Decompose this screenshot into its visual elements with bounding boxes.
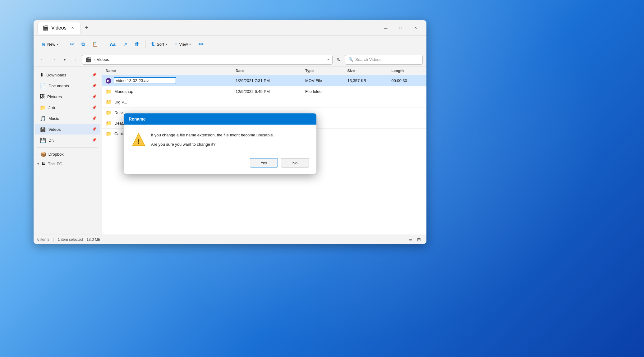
forward-button[interactable]: → <box>48 55 58 65</box>
close-button[interactable]: ✕ <box>408 23 423 33</box>
active-tab[interactable]: 🎬 Videos ✕ <box>37 22 80 34</box>
explorer-window: 🎬 Videos ✕ + — □ ✕ ⊕ New ▾ ✂ ⧉ 📋 <box>34 20 426 244</box>
file-rename-input[interactable] <box>114 77 176 84</box>
sort-button[interactable]: ⇅ Sort ▾ <box>148 39 170 50</box>
file-name: Monosnap <box>114 89 133 94</box>
dialog-yes-button[interactable]: Yes <box>250 158 278 167</box>
file-size-5 <box>344 118 388 129</box>
dialog-title: Rename <box>129 117 145 121</box>
sidebar-divider-1 <box>37 147 98 148</box>
list-view-button[interactable]: ☰ <box>407 236 414 243</box>
sidebar-item-downloads[interactable]: ⬇ Downloads 📌 <box>35 70 100 80</box>
toolbar-separator-3 <box>145 40 145 48</box>
file-length-2 <box>388 86 426 97</box>
sidebar-item-pictures[interactable]: 🖼 Pictures 📌 <box>35 91 100 102</box>
videos-icon: 🎬 <box>40 126 46 132</box>
pin-icon-videos: 📌 <box>92 127 97 131</box>
sidebar-section-this-pc[interactable]: ▾ 🖥 This PC <box>34 159 102 168</box>
pin-icon-job: 📌 <box>92 105 97 110</box>
table-row[interactable]: ▶1/29/2021 7:31 PMMOV File13,357 KB00:00… <box>102 75 426 86</box>
sidebar-label-videos: Videos <box>48 127 61 132</box>
sidebar-item-d-drive[interactable]: 💾 D:\ 📌 <box>35 135 100 145</box>
delete-button[interactable]: 🗑 <box>131 39 143 50</box>
more-button[interactable]: ••• <box>195 39 207 50</box>
d-drive-icon: 💾 <box>40 137 46 143</box>
file-icon: 📁 <box>106 131 112 137</box>
file-type-1: MOV File <box>301 75 344 86</box>
this-pc-icon: 🖥 <box>41 161 46 167</box>
maximize-button[interactable]: □ <box>393 23 408 33</box>
table-header-row: Name Date Type Size Length <box>102 67 426 75</box>
sidebar-label-downloads: Downloads <box>46 73 66 77</box>
dialog-text-area: If you change a file name extension, the… <box>151 132 309 148</box>
new-button[interactable]: ⊕ New ▾ <box>39 39 62 50</box>
paste-button[interactable]: 📋 <box>89 39 101 50</box>
toolbar-separator-1 <box>64 40 64 48</box>
new-tab-button[interactable]: + <box>82 23 92 33</box>
selected-count: 1 item selected <box>58 237 83 242</box>
selected-size: 13.0 MB <box>87 237 101 242</box>
dialog-question: Are you sure you want to change it? <box>151 141 309 148</box>
dialog-no-button[interactable]: No <box>281 158 309 167</box>
tab-icon: 🎬 <box>43 25 49 31</box>
up-button[interactable]: ↑ <box>71 55 81 65</box>
grid-view-button[interactable]: ⊞ <box>415 236 423 243</box>
file-length-3 <box>388 97 426 108</box>
recent-button[interactable]: ▾ <box>60 55 70 65</box>
file-size-3 <box>344 97 388 108</box>
toolbar: ⊕ New ▾ ✂ ⧉ 📋 Aa ↗ 🗑 ⇅ Sort ▾ ≡ <box>34 36 426 53</box>
column-length[interactable]: Length <box>388 67 426 75</box>
search-box[interactable]: 🔍 Search Videos <box>345 55 423 65</box>
view-button[interactable]: ≡ View ▾ <box>172 39 194 50</box>
documents-icon: 📄 <box>40 83 46 89</box>
title-bar-left: 🎬 Videos ✕ + <box>37 22 379 34</box>
svg-text:!: ! <box>137 138 140 145</box>
rename-button[interactable]: Aa <box>107 39 119 50</box>
status-separator-1: | <box>53 237 54 242</box>
paste-icon: 📋 <box>92 41 98 47</box>
pin-icon-pictures: 📌 <box>92 94 97 99</box>
copy-button[interactable]: ⧉ <box>78 39 88 50</box>
pictures-icon: 🖼 <box>40 94 45 99</box>
file-length-1: 00:00:30 <box>388 75 426 86</box>
column-size[interactable]: Size <box>344 67 388 75</box>
cut-button[interactable]: ✂ <box>67 39 77 50</box>
sidebar-item-job[interactable]: 📁 Job 📌 <box>35 102 100 113</box>
sidebar-label-job: Job <box>48 105 55 110</box>
table-row[interactable]: 📁Dig P... <box>102 97 426 108</box>
file-date-3 <box>232 97 301 108</box>
sidebar-section-dropbox[interactable]: › 📦 Dropbox <box>34 149 102 159</box>
sidebar-item-music[interactable]: 🎵 Music 📌 <box>35 113 100 124</box>
search-icon: 🔍 <box>348 57 353 62</box>
file-length-5 <box>388 118 426 129</box>
share-button[interactable]: ↗ <box>120 39 130 50</box>
file-icon: 📁 <box>106 110 112 116</box>
downloads-icon: ⬇ <box>40 72 44 78</box>
sidebar-item-videos[interactable]: 🎬 Videos 📌 <box>35 124 100 135</box>
tab-title: Videos <box>51 25 67 31</box>
file-size-4 <box>344 108 388 118</box>
dropbox-icon: 📦 <box>40 151 47 157</box>
minimize-button[interactable]: — <box>379 23 393 33</box>
dialog-message: If you change a file name extension, the… <box>151 132 309 138</box>
sort-label: Sort <box>157 42 164 47</box>
address-separator: › <box>94 57 95 62</box>
column-name[interactable]: Name <box>102 67 232 75</box>
toolbar-separator-2 <box>104 40 104 48</box>
status-bar: 6 items | 1 item selected 13.0 MB ☰ ⊞ <box>34 235 426 244</box>
music-icon: 🎵 <box>40 116 46 121</box>
column-date[interactable]: Date <box>232 67 301 75</box>
tab-close-button[interactable]: ✕ <box>70 25 75 30</box>
column-type[interactable]: Type <box>301 67 344 75</box>
sort-icon: ⇅ <box>151 41 155 47</box>
editing-icon: ▶ <box>106 78 111 84</box>
warning-triangle-icon: ! <box>131 132 146 147</box>
sidebar-item-documents[interactable]: 📄 Documents 📌 <box>35 80 100 91</box>
new-chevron-icon: ▾ <box>57 43 58 46</box>
title-bar: 🎬 Videos ✕ + — □ ✕ <box>34 20 426 36</box>
table-row[interactable]: 📁Monosnap12/9/2022 6:49 PMFile folder <box>102 86 426 97</box>
back-button[interactable]: ← <box>37 55 47 65</box>
address-box[interactable]: 🎬 › Videos ▾ <box>82 55 333 65</box>
refresh-button[interactable]: ↻ <box>334 55 344 65</box>
file-icon: 📁 <box>106 99 112 105</box>
